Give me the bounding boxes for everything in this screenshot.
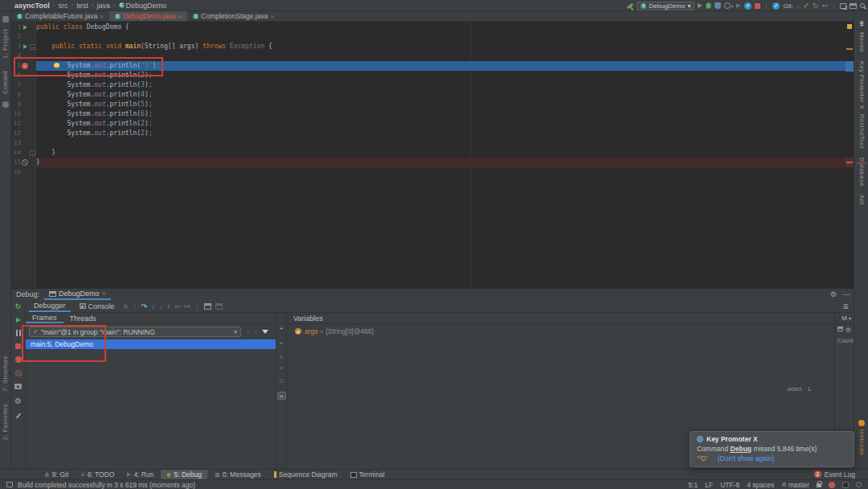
settings-gear-icon[interactable]: ⚙ [14,397,22,405]
code-line[interactable]: 15} [11,158,845,167]
error-stripe-mark[interactable] [845,158,854,167]
show-watches-icon[interactable]: ∞ [277,392,286,400]
rerun-icon[interactable]: ↻ [15,302,22,310]
breadcrumb-java[interactable]: java [96,2,110,10]
close-icon[interactable]: × [178,13,182,20]
intention-bulb-icon[interactable] [54,63,59,68]
evaluate-expression-icon[interactable] [204,303,211,310]
caret-down-icon[interactable]: ▾ [849,315,851,321]
sidebar-item-key-promoter[interactable]: Key Promoter X [858,61,866,109]
diff-icon[interactable] [840,3,846,9]
code-editor[interactable]: 1public class DebugDemo {23− public stat… [11,22,854,288]
run-line-icon[interactable] [23,44,27,49]
step-over-icon[interactable]: ↷ [141,302,148,310]
history-icon[interactable]: ↻ [813,2,819,10]
gear-icon[interactable]: ⚙ [830,290,837,298]
mute-breakpoints-icon[interactable] [15,370,22,376]
project-tool-icon[interactable] [2,16,9,23]
tab-debugger[interactable]: Debugger [29,300,71,312]
code-line[interactable]: 8 System.out.println(4); [11,90,845,100]
memory-label[interactable]: M [841,314,847,322]
breadcrumb-module[interactable]: asyncTool [14,2,50,10]
execution-stripe-mark[interactable] [845,61,854,72]
key-promoter-notification[interactable]: Key Promoter X Command Debug missed 5,84… [690,431,854,467]
git-branch-widget[interactable]: ⋔master [781,481,809,489]
close-icon[interactable]: × [100,13,104,20]
code-line[interactable]: 6 System.out.println(2); [11,71,845,80]
code-line[interactable]: 10 System.out.println(6); [11,109,845,119]
code-line[interactable]: 11 System.out.println(2); [11,119,845,129]
variable-row[interactable]: pargs = {String[0]@466} [287,324,834,335]
key-promoter-status-icon[interactable] [829,482,835,488]
fold-icon[interactable]: − [30,44,35,50]
line-ending-indicator[interactable]: LF [705,481,713,489]
git-commit-icon[interactable]: ✓ [803,2,809,10]
resume-icon[interactable] [16,318,21,323]
step-out-icon[interactable]: ↑ [166,302,170,310]
breadcrumb-class[interactable]: DebugDemo [126,2,167,10]
tool-window-button-git[interactable]: ⋔9: Git [39,470,74,479]
thread-dump-icon[interactable] [14,384,22,389]
close-icon[interactable]: × [270,13,274,20]
code-line[interactable]: 13 [11,138,845,148]
sidebar-item-favorites[interactable]: 2: Favorites [2,404,9,440]
code-line[interactable]: 12 System.out.println(2); [11,129,845,138]
search-icon[interactable] [860,3,865,8]
profiler-dropdown[interactable]: ▾ [724,2,733,9]
stop-icon[interactable] [755,3,760,9]
sidebar-item-leetcode[interactable]: leetcode [858,429,866,455]
tool-window-switcher-icon[interactable] [6,482,13,487]
lock-icon[interactable] [817,483,821,487]
sidebar-item-restfultool[interactable]: RestfulTool [858,114,866,149]
sidebar-item-project[interactable]: 1: Project [2,29,9,59]
warning-stripe-dash[interactable] [846,48,853,50]
code-line[interactable]: 1public class DebugDemo { [11,23,845,32]
run-icon[interactable] [698,3,702,8]
code-line[interactable]: 7 System.out.println(3); [11,80,845,90]
code-line[interactable]: 14− } [11,148,845,158]
git-update-icon[interactable]: ↓ [796,2,800,10]
toolbar-menu-icon[interactable]: ≣ [842,302,849,310]
remove-watch-icon[interactable]: − [280,339,284,347]
tool-window-button-debug[interactable]: 5: Debug [161,470,207,479]
force-step-into-icon[interactable]: ↓ [159,302,163,310]
stop-icon[interactable] [15,343,21,349]
frame-row[interactable]: main:5, DebugDemo [26,339,276,349]
run-configuration-select[interactable]: C DebugDemo ▾ [637,2,694,10]
breadcrumb-src[interactable]: src [59,2,68,10]
sidebar-item-maven[interactable]: Maven [858,32,866,52]
code-line[interactable]: 2 [11,32,845,42]
thread-dropdown[interactable]: ✓ "main"@1 in group "main": RUNNING ▾ [29,327,241,337]
load-classes-link[interactable]: L [809,385,812,392]
status-message[interactable]: Build completed successfully in 3 s 619 … [18,481,195,489]
code-line[interactable]: 3− public static void main(String[] args… [11,42,845,51]
sidebar-item-structure[interactable]: 7: Structure [2,355,9,392]
plugin-status-icon[interactable] [842,482,849,488]
code-line[interactable]: 16 [11,167,845,177]
profiler-icon[interactable] [744,2,751,10]
view-breakpoints-icon[interactable] [15,356,22,363]
dont-show-again-link[interactable]: (Don't show again) [718,454,775,462]
invalid-breakpoint-icon[interactable] [22,159,28,166]
sidebar-item-ant[interactable]: Ant [858,195,866,205]
hide-icon[interactable]: — [843,290,850,298]
layout-icon[interactable]: ≡ [124,302,128,310]
warning-stripe-mark[interactable] [847,24,852,29]
tool-window-button-sequence-diagram[interactable]: Sequence Diagram [268,470,343,479]
pin-icon[interactable] [15,413,21,418]
sidebar-item-commit[interactable]: Commit [2,71,9,94]
tool-window-button-terminal[interactable]: Terminal [345,470,391,479]
breakpoint-icon[interactable]: ✓ [22,63,28,69]
close-icon[interactable]: × [102,290,106,298]
tab-console[interactable]: ▸Console [75,300,120,312]
indent-indicator[interactable]: 4 spaces [747,481,774,489]
profiler-attach-icon[interactable] [772,2,780,10]
run-line-icon[interactable] [23,25,27,30]
tool-window-button-run[interactable]: 4: Run [121,470,159,479]
debug-session-tab[interactable]: DebugDemo × [44,289,111,300]
restore-layout-icon[interactable] [850,3,857,9]
tab-threads[interactable]: Threads [63,313,103,323]
add-watch-icon[interactable]: + [280,325,284,332]
tab-completablefuture[interactable]: C CompletableFuture.java × [11,11,109,21]
tab-debugdemo[interactable]: C DebugDemo.java × [109,11,187,21]
